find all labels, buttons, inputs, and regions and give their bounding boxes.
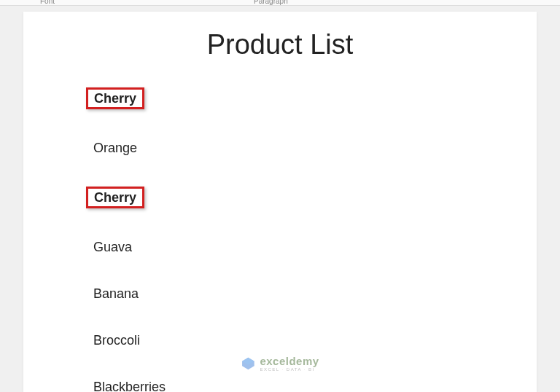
list-item[interactable]: Orange <box>90 140 140 156</box>
ribbon-group-label-font: Font <box>40 0 55 5</box>
logo-icon <box>241 356 255 371</box>
list-item[interactable]: Cherry <box>86 87 144 109</box>
watermark-text: exceldemy EXCEL · DATA · BI <box>260 356 319 372</box>
list-item[interactable]: Banana <box>90 286 141 302</box>
list-item[interactable]: Guava <box>90 239 135 255</box>
ribbon-edge: Font Paragraph <box>0 0 560 6</box>
watermark-brand: exceldemy <box>260 356 319 366</box>
ribbon-group-label-paragraph: Paragraph <box>254 0 288 5</box>
watermark: exceldemy EXCEL · DATA · BI <box>241 356 319 372</box>
document-page[interactable]: Product List Cherry Orange Cherry Guava … <box>23 12 537 392</box>
list-item[interactable]: Cherry <box>86 187 144 208</box>
product-list: Cherry Orange Cherry Guava Banana Brocco… <box>90 87 168 392</box>
list-item[interactable]: Blackberries <box>90 379 168 392</box>
list-item[interactable]: Broccoli <box>90 332 143 348</box>
page-title: Product List <box>23 29 537 60</box>
watermark-tagline: EXCEL · DATA · BI <box>260 367 319 372</box>
